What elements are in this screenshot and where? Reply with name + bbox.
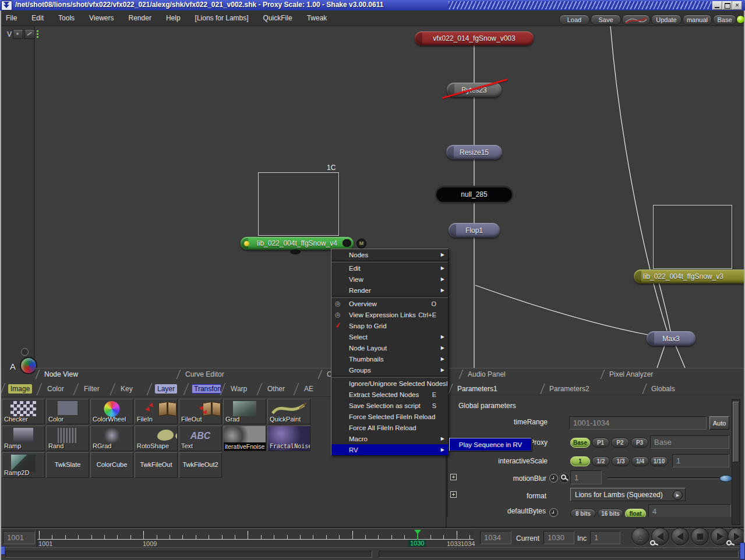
curve-button[interactable] <box>622 15 650 25</box>
menu-edit[interactable]: Edit <box>31 14 44 22</box>
iscale-quarter-button[interactable]: 1/4 <box>631 456 649 466</box>
tool-twkfileout2[interactable]: TwkFileOut2 <box>179 452 222 478</box>
tool-fractalnoise[interactable]: FractalNoise <box>267 426 310 451</box>
proxy-p3-button[interactable]: P3 <box>631 438 648 448</box>
auto-button[interactable]: Auto <box>709 416 729 430</box>
menu-item-macro[interactable]: Macro▶ <box>331 433 448 444</box>
viewer-dot-button[interactable] <box>13 29 23 39</box>
menu-render[interactable]: Render <box>129 14 151 22</box>
node-resize15[interactable]: Resize15 <box>446 145 502 160</box>
tab-parameters1[interactable]: Parameters1 <box>448 382 540 395</box>
tool-tab-layer[interactable]: Layer <box>148 381 185 396</box>
playhead-line[interactable] <box>417 531 418 540</box>
proxy-p2-button[interactable]: P2 <box>611 438 629 448</box>
bytes-8-button[interactable]: 8 bits <box>570 509 596 517</box>
tool-checker[interactable]: Checker <box>2 399 45 424</box>
tab-pixel-analyzer[interactable]: Pixel Analyzer <box>600 368 745 380</box>
minimize-button[interactable] <box>712 1 722 10</box>
node-flop1[interactable]: Flop1 <box>449 223 500 238</box>
node-max3[interactable]: Max3 <box>647 331 695 346</box>
interactivescale-field[interactable]: 1 <box>672 454 729 467</box>
tool-quickpaint[interactable]: QuickPaint <box>267 399 310 424</box>
tool-tab-other[interactable]: Other <box>258 381 295 396</box>
menu-item-extract-selected[interactable]: Extract Selected NodesE <box>331 389 448 400</box>
motionblur-slider[interactable] <box>608 477 730 479</box>
node-output-knob[interactable] <box>290 249 301 254</box>
menu-item-play-sequence-in-rv[interactable]: Play Sequence in RV <box>449 438 532 451</box>
tool-color[interactable]: Color <box>46 399 89 424</box>
menu-item-node-layout[interactable]: Node Layout▶ <box>331 342 448 353</box>
maximize-button[interactable] <box>722 1 732 10</box>
tool-tab-warp[interactable]: Warp <box>221 381 258 396</box>
tool-fileout[interactable]: FileOut <box>179 399 222 424</box>
tool-twkslate[interactable]: TwkSlate <box>46 452 89 478</box>
play-backward-button[interactable] <box>671 527 689 545</box>
key-icon[interactable] <box>559 473 570 483</box>
timeline-end-field[interactable]: 1034 <box>480 531 511 544</box>
proxy-base-button[interactable]: Base <box>570 438 590 448</box>
small-round-icon[interactable] <box>21 348 29 356</box>
iscale-third-button[interactable]: 1/3 <box>612 456 630 466</box>
clock-icon[interactable] <box>549 508 558 517</box>
format-expander[interactable]: + <box>450 491 457 498</box>
tool-filein[interactable]: FileIn <box>135 399 178 424</box>
iscale-half-button[interactable]: 1/2 <box>592 456 610 466</box>
menu-item-overview[interactable]: ◎OverviewO <box>331 298 448 309</box>
node-null-285[interactable]: null_285 <box>436 187 512 202</box>
current-frame-field[interactable]: 1030 <box>543 531 574 544</box>
dropdown-arrow-icon[interactable]: ▶ <box>673 490 683 500</box>
tool-rand[interactable]: Rand <box>46 426 89 451</box>
tab-node-view[interactable]: Node View <box>35 368 176 380</box>
menu-item-ignore-unignore[interactable]: Ignore/Unignore Selected NodesI <box>331 378 448 389</box>
tool-tab-key[interactable]: Key <box>111 381 148 396</box>
tool-colorcube[interactable]: ColorCube <box>90 452 133 478</box>
tool-tab-image[interactable]: Image <box>1 381 38 396</box>
alpha-button[interactable]: A <box>6 358 20 375</box>
tool-tab-filter[interactable]: Filter <box>75 381 111 396</box>
motionblur-expander[interactable]: + <box>450 474 457 480</box>
tool-ramp[interactable]: Ramp <box>2 426 45 451</box>
tool-ramp2d[interactable]: Ramp2D <box>2 452 45 478</box>
menu-quickfile[interactable]: QuickFile <box>263 14 292 22</box>
menu-item-snap-to-grid[interactable]: ✓Snap to Grid <box>331 320 448 331</box>
node-lib-022-004t-ffgsnow-v3[interactable]: lib_022_004t_ffgSnow_v3 <box>634 270 745 283</box>
clock-icon[interactable] <box>549 474 558 483</box>
menu-help[interactable]: Help <box>166 14 181 22</box>
proxy-p1-button[interactable]: P1 <box>592 438 609 448</box>
tab-curve-editor[interactable]: Curve Editor <box>176 368 317 380</box>
home-button[interactable]: ⌂ <box>631 527 649 545</box>
menu-item-nodes[interactable]: Nodes▶ <box>331 249 448 260</box>
menu-item-save-selection[interactable]: Save Selection as scriptS <box>331 400 448 411</box>
tool-colorwheel[interactable]: ColorWheel <box>90 399 133 424</box>
viewer-expand-button[interactable] <box>24 29 35 39</box>
manual-button[interactable]: manual <box>683 15 712 25</box>
menu-viewers[interactable]: Viewers <box>89 14 114 22</box>
tool-rgrad[interactable]: RGrad <box>90 426 133 451</box>
format-dropdown[interactable]: Lions for Lambs (Squeezed) ▶ <box>570 488 686 501</box>
tab-parameters2[interactable]: Parameters2 <box>540 382 642 395</box>
menu-item-thumbnails[interactable]: Thumbnails▶ <box>331 353 448 364</box>
timeline-ruler[interactable]: 1001 1009 1033 1034 1030 <box>37 530 474 547</box>
tool-iterativefnoise[interactable]: iterativeFnoise <box>223 426 266 451</box>
bytes-float-button[interactable]: float <box>625 509 646 517</box>
menu-tweak[interactable]: Tweak <box>307 14 327 22</box>
tool-rotoshape[interactable]: RotoShape <box>135 426 178 451</box>
tool-tab-ae[interactable]: AE <box>295 381 331 396</box>
base-button[interactable]: Base <box>713 15 736 25</box>
window-menu-icon[interactable] <box>1 1 12 10</box>
menu-file[interactable]: File <box>6 14 17 22</box>
tool-twkfileout[interactable]: TwkFileOut <box>135 452 178 478</box>
tool-tab-color[interactable]: Color <box>38 381 75 396</box>
node-vfx022-014-fgsnow[interactable]: vfx022_014_fgSnow_v003 <box>415 31 534 45</box>
menu-item-view-expression-links[interactable]: ◎View Expression LinksCtrl+E <box>331 309 448 320</box>
titlebar[interactable]: /net/shot08/lions/shot/vfx022/vfx022_021… <box>0 0 745 10</box>
bytes-16-button[interactable]: 16 bits <box>598 509 623 517</box>
menu-item-edit[interactable]: Edit▶ <box>331 263 448 274</box>
tab-globals[interactable]: Globals <box>642 382 739 395</box>
load-button[interactable]: Load <box>559 15 589 25</box>
menu-item-force-all-reload[interactable]: Force All FileIn Reload <box>331 422 448 433</box>
motionblur-slider-thumb[interactable] <box>719 475 733 482</box>
m-badge[interactable]: M <box>356 239 366 249</box>
menu-item-force-selected-reload[interactable]: Force Selected FileIn Reload <box>331 411 448 422</box>
increment-field[interactable]: 1 <box>590 531 620 544</box>
